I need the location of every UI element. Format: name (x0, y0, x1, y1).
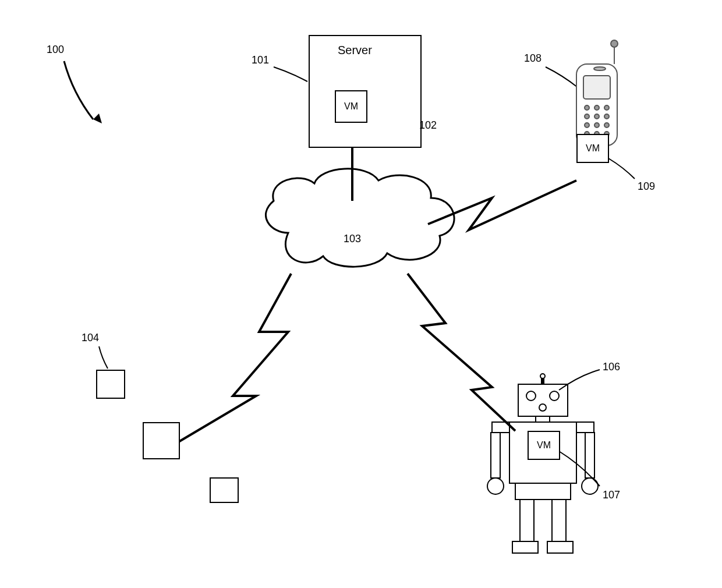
ref-108: 108 (524, 52, 542, 65)
ref-101: 101 (252, 54, 269, 66)
ref-107: 107 (603, 489, 620, 501)
ref-109: 109 (638, 180, 655, 193)
robot-icon (487, 374, 598, 553)
ref-103: 103 (344, 233, 361, 245)
svg-point-24 (540, 374, 545, 378)
svg-rect-25 (536, 416, 550, 422)
phone-icon (576, 40, 618, 146)
svg-point-20 (526, 391, 536, 401)
svg-point-32 (582, 478, 598, 494)
svg-point-31 (487, 478, 504, 494)
svg-point-7 (585, 114, 589, 119)
robot-vm-box: VM (528, 431, 560, 460)
svg-rect-23 (542, 378, 544, 384)
svg-rect-35 (552, 500, 566, 541)
ref-106: 106 (603, 361, 620, 373)
svg-point-5 (594, 105, 599, 110)
svg-rect-34 (520, 500, 534, 541)
ref-100: 100 (47, 44, 64, 56)
server-title: Server (338, 44, 372, 57)
svg-point-12 (604, 123, 609, 127)
svg-point-11 (594, 123, 599, 127)
svg-point-9 (604, 114, 609, 119)
svg-rect-33 (515, 483, 571, 500)
svg-point-18 (594, 67, 606, 70)
extra-box-3 (210, 477, 239, 503)
svg-rect-3 (583, 76, 610, 99)
svg-rect-29 (491, 433, 500, 478)
svg-rect-28 (576, 422, 594, 433)
svg-point-8 (594, 114, 599, 119)
ref-102: 102 (419, 119, 437, 132)
extra-box-1 (96, 370, 125, 399)
svg-point-10 (585, 123, 589, 127)
svg-rect-37 (547, 541, 573, 553)
svg-point-22 (539, 404, 546, 411)
svg-point-4 (585, 105, 589, 110)
extra-box-2 (143, 422, 180, 459)
svg-rect-36 (512, 541, 538, 553)
svg-point-21 (550, 391, 559, 401)
svg-rect-30 (585, 433, 594, 478)
phone-vm-box: VM (576, 134, 609, 163)
svg-point-17 (611, 40, 618, 47)
svg-marker-1 (93, 114, 102, 123)
server-vm-box: VM (335, 90, 367, 123)
ref-104: 104 (82, 332, 99, 344)
svg-point-6 (604, 105, 609, 110)
